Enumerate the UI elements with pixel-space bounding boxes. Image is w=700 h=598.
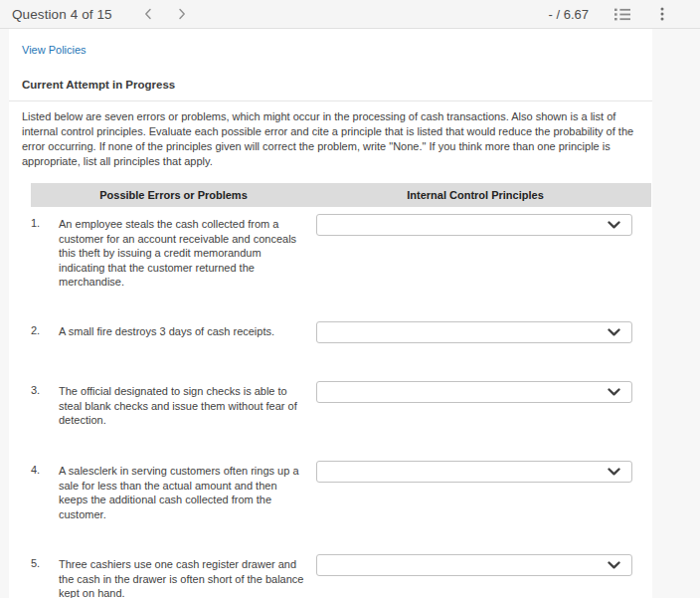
- question-nav: Question 4 of 15: [12, 6, 192, 22]
- prev-question-button[interactable]: [138, 6, 158, 22]
- question-list-button[interactable]: [611, 6, 634, 23]
- chevron-down-icon: [608, 328, 620, 336]
- column-header-errors: Possible Errors or Problems: [31, 189, 316, 201]
- table-row: 3. The official designated to sign check…: [31, 381, 651, 461]
- attempt-status-title: Current Attempt in Progress: [22, 79, 652, 91]
- question-header-right: - / 6.67: [549, 5, 668, 23]
- row-number: 1.: [31, 214, 59, 321]
- principle-select-5[interactable]: [316, 554, 632, 576]
- ordered-list-icon: [614, 8, 630, 21]
- chevron-right-icon: [178, 8, 186, 20]
- table-header-row: Possible Errors or Problems Internal Con…: [31, 183, 651, 207]
- column-header-principles: Internal Control Principles: [316, 189, 634, 201]
- error-description: A salesclerk in serving customers often …: [59, 461, 316, 554]
- table-row: 5. Three cashiers use one cash register …: [31, 554, 651, 598]
- error-description: A small fire destroys 3 days of cash rec…: [59, 321, 316, 381]
- table-row: 1. An employee steals the cash collected…: [31, 214, 651, 321]
- view-policies-link[interactable]: View Policies: [22, 44, 87, 56]
- question-instructions: Listed below are seven errors or problem…: [22, 109, 638, 169]
- table-row: 4. A salesclerk in serving customers oft…: [31, 461, 651, 554]
- row-number: 4.: [31, 461, 59, 554]
- chevron-down-icon: [608, 388, 620, 396]
- chevron-down-icon: [608, 221, 620, 229]
- question-header: Question 4 of 15 - / 6.67: [0, 0, 700, 29]
- principle-select-4[interactable]: [316, 461, 632, 483]
- error-description: The official designated to sign checks i…: [59, 381, 316, 461]
- chevron-left-icon: [144, 8, 152, 20]
- more-options-button[interactable]: [656, 5, 668, 23]
- row-number: 5.: [31, 554, 59, 598]
- errors-principles-table: Possible Errors or Problems Internal Con…: [31, 183, 651, 598]
- table-row: 2. A small fire destroys 3 days of cash …: [31, 321, 651, 381]
- principle-select-3[interactable]: [316, 381, 632, 403]
- error-description: An employee steals the cash collected fr…: [59, 214, 316, 321]
- principle-select-1[interactable]: [316, 214, 632, 236]
- chevron-down-icon: [608, 468, 620, 476]
- next-question-button[interactable]: [172, 6, 192, 22]
- error-description: Three cashiers use one cash register dra…: [59, 554, 316, 598]
- question-panel: View Policies Current Attempt in Progres…: [9, 29, 652, 598]
- question-content: Listed below are seven errors or problem…: [9, 100, 652, 598]
- chevron-down-icon: [608, 561, 620, 569]
- row-number: 2.: [31, 321, 59, 381]
- row-number: 3.: [31, 381, 59, 461]
- kebab-menu-icon: [660, 7, 664, 21]
- question-title: Question 4 of 15: [12, 7, 112, 22]
- principle-select-2[interactable]: [316, 321, 632, 343]
- question-score: - / 6.67: [549, 7, 589, 22]
